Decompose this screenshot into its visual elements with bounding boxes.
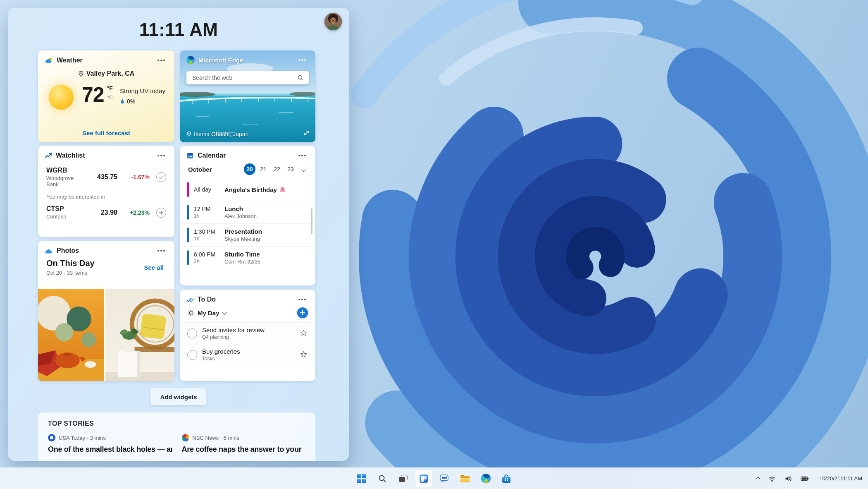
check-icon <box>159 174 163 179</box>
clock-date-button[interactable]: 10/20/21 11:11 AM <box>818 473 864 484</box>
stock-symbol: CTSP <box>46 205 64 212</box>
news-story[interactable]: USA Today · 3 mins One of the smallest b… <box>48 434 172 454</box>
star-icon[interactable] <box>299 350 308 360</box>
edge-title: Microsoft Edge <box>198 57 243 64</box>
location-pin-icon <box>78 71 84 77</box>
stock-change: +2.23% <box>117 209 150 216</box>
plus-icon <box>159 211 163 215</box>
start-button[interactable] <box>353 470 370 487</box>
todo-task[interactable]: Send invites for review Q4 planning <box>180 322 315 344</box>
todo-task[interactable]: Buy groceries Tasks <box>180 344 315 365</box>
chevron-down-icon[interactable] <box>222 310 227 314</box>
add-task-button[interactable] <box>297 307 308 318</box>
chat-icon <box>440 474 449 483</box>
calendar-expand-button[interactable] <box>300 165 307 174</box>
unit-fahrenheit[interactable]: °F <box>107 85 113 93</box>
weather-title: Weather <box>57 57 83 64</box>
todo-icon <box>186 296 194 303</box>
weather-location-row: Valley Park, CA <box>38 70 174 77</box>
chat-button[interactable] <box>436 470 453 487</box>
watchlist-widget[interactable]: Watchlist WGRB Woodgrove Bank 435.75 -1.… <box>38 146 174 237</box>
file-explorer-button[interactable] <box>456 470 474 487</box>
watchlist-add-button[interactable] <box>156 208 166 218</box>
story-headline[interactable]: One of the smallest black holes — and <box>48 445 172 454</box>
photo-thumbnail[interactable] <box>105 289 174 381</box>
microsoft-store-button[interactable] <box>498 470 515 487</box>
weather-more-button[interactable] <box>155 56 168 65</box>
edge-icon <box>481 474 491 483</box>
day-pill-selected[interactable]: 20 <box>244 163 255 175</box>
calendar-title: Calendar <box>198 152 226 159</box>
calendar-event[interactable]: 12 PM 1h Lunch Alex Johnson <box>180 201 315 223</box>
weather-icon <box>45 57 53 64</box>
show-hidden-icons-button[interactable] <box>755 475 761 482</box>
store-icon <box>502 475 510 483</box>
day-pill[interactable]: 22 <box>271 163 283 175</box>
event-duration: 1h <box>194 213 219 219</box>
story-headline[interactable]: Are coffee naps the answer to your <box>182 445 306 454</box>
task-title: Buy groceries <box>202 348 294 355</box>
photo-thumbnail[interactable] <box>38 289 104 381</box>
see-full-forecast-link[interactable]: See full forecast <box>38 129 174 137</box>
widgets-button[interactable] <box>415 470 432 487</box>
edge-widget[interactable]: Microsoft Edge Ikema Ohashi, Japan <box>180 50 315 142</box>
edge-search-box[interactable] <box>186 71 309 84</box>
day-pill[interactable]: 21 <box>258 163 269 175</box>
news-story[interactable]: NBC News · 5 mins Are coffee naps the an… <box>182 434 306 454</box>
photos-title: Photos <box>57 247 79 254</box>
unit-toggle[interactable]: °F °C <box>107 85 113 101</box>
weather-widget[interactable]: Weather Valley Park, CA 72 °F °C Strong … <box>38 50 174 142</box>
watchlist-row[interactable]: WGRB Woodgrove Bank 435.75 -1.67% <box>38 163 174 192</box>
wallpaper-bloom <box>302 0 868 489</box>
user-avatar[interactable] <box>324 13 342 30</box>
todo-list-label[interactable]: My Day <box>198 309 219 316</box>
todo-more-button[interactable] <box>296 295 309 304</box>
unit-celsius[interactable]: °C <box>107 93 113 101</box>
calendar-event[interactable]: 1:30 PM 1h Presentation Skype Meeting <box>180 223 315 246</box>
stock-price: 435.75 <box>83 173 117 181</box>
chevron-up-icon <box>756 477 761 481</box>
calendar-day-strip: 20 21 22 23 <box>244 163 296 175</box>
expand-icon[interactable] <box>302 128 311 139</box>
todo-widget[interactable]: To Do My Day <box>180 290 315 381</box>
task-view-button[interactable] <box>394 470 412 487</box>
calendar-icon <box>186 152 194 159</box>
calendar-more-button[interactable] <box>296 151 309 160</box>
temperature-value: 72 <box>82 84 104 106</box>
event-time: 12 PM <box>194 206 219 212</box>
task-complete-radio[interactable] <box>187 328 197 338</box>
more-icon <box>160 155 162 156</box>
scrollbar[interactable] <box>311 209 312 234</box>
task-complete-radio[interactable] <box>187 350 197 360</box>
search-button[interactable] <box>374 470 391 487</box>
add-widgets-button[interactable]: Add widgets <box>150 388 206 405</box>
event-time: 1:30 PM <box>194 228 219 235</box>
event-title: Presentation <box>224 228 262 235</box>
photos-more-button[interactable] <box>155 246 168 255</box>
photos-collage <box>38 289 174 381</box>
day-pill[interactable]: 23 <box>285 163 296 175</box>
story-source: USA Today · 3 mins <box>59 435 106 441</box>
calendar-event[interactable]: 6:00 PM 3h Studio Time Conf Rm 32/35 <box>180 246 315 269</box>
edge-more-button[interactable] <box>296 55 309 65</box>
edge-photo-caption: Ikema Ohashi, Japan <box>194 131 248 137</box>
watchlist-more-button[interactable] <box>155 151 168 160</box>
watchlist-row[interactable]: CTSP Contoso 23.98 +2.23% <box>38 201 174 224</box>
battery-button[interactable] <box>799 475 811 483</box>
edge-browser-button[interactable] <box>477 470 494 487</box>
see-all-link[interactable]: See all <box>141 264 166 271</box>
panel-clock: 11:11 AM <box>8 19 349 40</box>
calendar-events: All day Angela's Birthday <box>180 178 315 269</box>
edge-logo-icon <box>186 56 195 64</box>
photos-widget[interactable]: Photos On This Day Oct 20 · 33 items See… <box>38 241 174 381</box>
search-input[interactable] <box>191 74 297 82</box>
wifi-button[interactable] <box>767 474 777 484</box>
volume-button[interactable] <box>783 474 794 484</box>
stock-price: 23.98 <box>83 209 117 216</box>
calendar-event[interactable]: All day Angela's Birthday <box>180 178 315 201</box>
precipitation-value: 0% <box>127 98 135 105</box>
watchlist-added-button[interactable] <box>156 172 166 182</box>
star-icon[interactable] <box>299 328 308 338</box>
search-icon[interactable] <box>297 74 304 81</box>
calendar-widget[interactable]: Calendar October 20 21 22 23 All day <box>180 146 315 285</box>
